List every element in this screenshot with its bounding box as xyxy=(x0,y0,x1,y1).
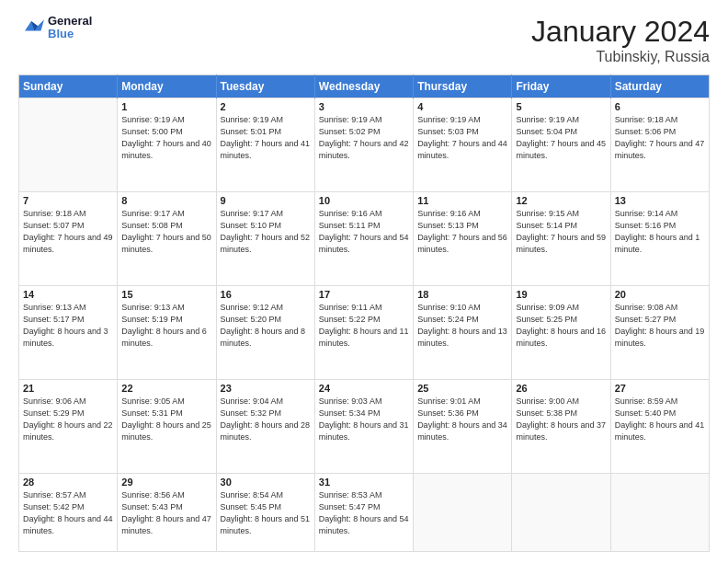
calendar-week-4: 21Sunrise: 9:06 AMSunset: 5:29 PMDayligh… xyxy=(19,380,710,474)
col-saturday: Saturday xyxy=(610,75,709,98)
day-number: 27 xyxy=(615,383,705,394)
calendar-cell: 18Sunrise: 9:10 AMSunset: 5:24 PMDayligh… xyxy=(414,286,512,380)
day-info: Sunrise: 9:19 AMSunset: 5:00 PMDaylight:… xyxy=(121,114,211,162)
day-number: 28 xyxy=(23,477,113,488)
col-wednesday: Wednesday xyxy=(314,75,413,98)
calendar-cell: 15Sunrise: 9:13 AMSunset: 5:19 PMDayligh… xyxy=(118,286,216,380)
day-number: 24 xyxy=(319,383,409,394)
day-info: Sunrise: 9:16 AMSunset: 5:11 PMDaylight:… xyxy=(319,208,409,256)
calendar-cell: 23Sunrise: 9:04 AMSunset: 5:32 PMDayligh… xyxy=(216,380,314,474)
calendar-title: January 2024 xyxy=(531,15,710,49)
calendar-cell: 7Sunrise: 9:18 AMSunset: 5:07 PMDaylight… xyxy=(19,192,118,286)
calendar-cell: 29Sunrise: 8:56 AMSunset: 5:43 PMDayligh… xyxy=(118,474,216,552)
day-number: 15 xyxy=(121,289,211,300)
day-number: 20 xyxy=(615,289,705,300)
day-number: 1 xyxy=(121,101,211,112)
day-info: Sunrise: 8:59 AMSunset: 5:40 PMDaylight:… xyxy=(615,396,705,443)
calendar-cell: 26Sunrise: 9:00 AMSunset: 5:38 PMDayligh… xyxy=(512,380,610,474)
calendar-cell xyxy=(414,474,512,552)
calendar-cell: 20Sunrise: 9:08 AMSunset: 5:27 PMDayligh… xyxy=(610,286,709,380)
calendar-cell: 13Sunrise: 9:14 AMSunset: 5:16 PMDayligh… xyxy=(610,192,709,286)
day-number: 7 xyxy=(23,195,113,206)
day-number: 2 xyxy=(221,101,311,112)
calendar-cell: 17Sunrise: 9:11 AMSunset: 5:22 PMDayligh… xyxy=(314,286,413,380)
day-number: 10 xyxy=(319,195,409,206)
day-info: Sunrise: 9:17 AMSunset: 5:10 PMDaylight:… xyxy=(221,208,311,256)
day-info: Sunrise: 9:08 AMSunset: 5:27 PMDaylight:… xyxy=(615,302,705,350)
calendar-week-2: 7Sunrise: 9:18 AMSunset: 5:07 PMDaylight… xyxy=(19,192,710,286)
logo-icon xyxy=(18,15,44,40)
day-info: Sunrise: 8:54 AMSunset: 5:45 PMDaylight:… xyxy=(221,489,311,537)
day-info: Sunrise: 9:16 AMSunset: 5:13 PMDaylight:… xyxy=(417,208,507,256)
day-number: 12 xyxy=(516,195,606,206)
day-info: Sunrise: 9:18 AMSunset: 5:06 PMDaylight:… xyxy=(615,114,705,162)
day-info: Sunrise: 9:13 AMSunset: 5:19 PMDaylight:… xyxy=(121,302,211,350)
calendar-cell: 4Sunrise: 9:19 AMSunset: 5:03 PMDaylight… xyxy=(414,98,512,192)
day-info: Sunrise: 9:13 AMSunset: 5:17 PMDaylight:… xyxy=(23,302,113,350)
calendar-cell: 24Sunrise: 9:03 AMSunset: 5:34 PMDayligh… xyxy=(314,380,413,474)
calendar-cell: 10Sunrise: 9:16 AMSunset: 5:11 PMDayligh… xyxy=(314,192,413,286)
col-friday: Friday xyxy=(512,75,610,98)
header: General Blue January 2024 Tubinskiy, Rus… xyxy=(18,15,710,65)
calendar-cell: 14Sunrise: 9:13 AMSunset: 5:17 PMDayligh… xyxy=(19,286,118,380)
day-info: Sunrise: 9:19 AMSunset: 5:01 PMDaylight:… xyxy=(221,114,311,162)
calendar-body: 1Sunrise: 9:19 AMSunset: 5:00 PMDaylight… xyxy=(19,98,710,552)
day-info: Sunrise: 9:12 AMSunset: 5:20 PMDaylight:… xyxy=(221,302,311,350)
day-info: Sunrise: 8:57 AMSunset: 5:42 PMDaylight:… xyxy=(23,489,113,537)
day-number: 26 xyxy=(516,383,606,394)
day-number: 5 xyxy=(516,101,606,112)
day-info: Sunrise: 9:11 AMSunset: 5:22 PMDaylight:… xyxy=(319,302,409,350)
logo: General Blue xyxy=(18,15,92,41)
calendar-cell: 28Sunrise: 8:57 AMSunset: 5:42 PMDayligh… xyxy=(19,474,118,552)
col-thursday: Thursday xyxy=(414,75,512,98)
calendar-cell: 1Sunrise: 9:19 AMSunset: 5:00 PMDaylight… xyxy=(118,98,216,192)
col-monday: Monday xyxy=(118,75,216,98)
day-number: 31 xyxy=(319,477,409,488)
day-info: Sunrise: 9:09 AMSunset: 5:25 PMDaylight:… xyxy=(516,302,606,350)
day-info: Sunrise: 8:53 AMSunset: 5:47 PMDaylight:… xyxy=(319,489,409,537)
day-info: Sunrise: 9:15 AMSunset: 5:14 PMDaylight:… xyxy=(516,208,606,256)
col-sunday: Sunday xyxy=(19,75,118,98)
calendar-cell: 31Sunrise: 8:53 AMSunset: 5:47 PMDayligh… xyxy=(314,474,413,552)
day-number: 17 xyxy=(319,289,409,300)
day-info: Sunrise: 9:17 AMSunset: 5:08 PMDaylight:… xyxy=(121,208,211,256)
logo-text: General Blue xyxy=(48,15,92,41)
day-info: Sunrise: 9:19 AMSunset: 5:04 PMDaylight:… xyxy=(516,114,606,162)
calendar-week-1: 1Sunrise: 9:19 AMSunset: 5:00 PMDaylight… xyxy=(19,98,710,192)
day-number: 16 xyxy=(221,289,311,300)
calendar-week-5: 28Sunrise: 8:57 AMSunset: 5:42 PMDayligh… xyxy=(19,474,710,552)
day-number: 21 xyxy=(23,383,113,394)
weekday-row: Sunday Monday Tuesday Wednesday Thursday… xyxy=(19,75,710,98)
calendar-cell: 5Sunrise: 9:19 AMSunset: 5:04 PMDaylight… xyxy=(512,98,610,192)
day-info: Sunrise: 9:14 AMSunset: 5:16 PMDaylight:… xyxy=(615,208,705,256)
calendar-cell: 19Sunrise: 9:09 AMSunset: 5:25 PMDayligh… xyxy=(512,286,610,380)
day-number: 29 xyxy=(121,477,211,488)
calendar-cell: 30Sunrise: 8:54 AMSunset: 5:45 PMDayligh… xyxy=(216,474,314,552)
day-info: Sunrise: 8:56 AMSunset: 5:43 PMDaylight:… xyxy=(121,489,211,537)
calendar-cell: 11Sunrise: 9:16 AMSunset: 5:13 PMDayligh… xyxy=(414,192,512,286)
day-info: Sunrise: 9:03 AMSunset: 5:34 PMDaylight:… xyxy=(319,396,409,443)
calendar-cell xyxy=(610,474,709,552)
day-info: Sunrise: 9:06 AMSunset: 5:29 PMDaylight:… xyxy=(23,396,113,443)
day-number: 13 xyxy=(615,195,705,206)
day-number: 22 xyxy=(121,383,211,394)
logo-line1: General xyxy=(48,15,92,28)
calendar-cell: 12Sunrise: 9:15 AMSunset: 5:14 PMDayligh… xyxy=(512,192,610,286)
day-number: 11 xyxy=(417,195,507,206)
calendar-cell: 21Sunrise: 9:06 AMSunset: 5:29 PMDayligh… xyxy=(19,380,118,474)
day-info: Sunrise: 9:01 AMSunset: 5:36 PMDaylight:… xyxy=(417,396,507,443)
day-info: Sunrise: 9:10 AMSunset: 5:24 PMDaylight:… xyxy=(417,302,507,350)
day-number: 25 xyxy=(417,383,507,394)
col-tuesday: Tuesday xyxy=(216,75,314,98)
title-block: January 2024 Tubinskiy, Russia xyxy=(531,15,710,65)
day-number: 4 xyxy=(417,101,507,112)
day-number: 3 xyxy=(319,101,409,112)
calendar-cell: 25Sunrise: 9:01 AMSunset: 5:36 PMDayligh… xyxy=(414,380,512,474)
day-number: 19 xyxy=(516,289,606,300)
calendar-cell: 6Sunrise: 9:18 AMSunset: 5:06 PMDaylight… xyxy=(610,98,709,192)
calendar-cell: 27Sunrise: 8:59 AMSunset: 5:40 PMDayligh… xyxy=(610,380,709,474)
day-info: Sunrise: 9:18 AMSunset: 5:07 PMDaylight:… xyxy=(23,208,113,256)
calendar-cell xyxy=(19,98,118,192)
calendar-subtitle: Tubinskiy, Russia xyxy=(531,49,710,65)
day-info: Sunrise: 9:00 AMSunset: 5:38 PMDaylight:… xyxy=(516,396,606,443)
